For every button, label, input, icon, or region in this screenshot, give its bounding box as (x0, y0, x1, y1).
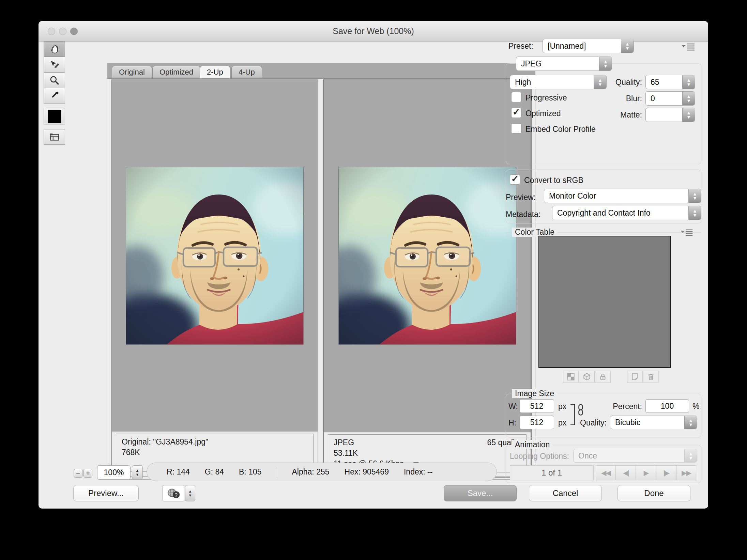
tab-4up[interactable]: 4-Up (231, 66, 262, 78)
metadata-value: Copyright and Contact Info (552, 208, 688, 218)
width-unit: px (558, 402, 566, 411)
optimized-image (338, 167, 516, 345)
transparency-checker-icon (566, 372, 575, 381)
looping-options-value: Once (574, 451, 684, 461)
matte-stepper-icon (682, 108, 695, 122)
previous-frame-button[interactable]: ◀| (616, 465, 636, 480)
looping-stepper-icon (684, 449, 697, 462)
metadata-label: Metadata: (506, 210, 540, 219)
resample-stepper-icon (684, 416, 697, 429)
optimized-pane[interactable]: JPEG 65 quality 53.11K 11 sec @ 56.6 Kbp… (323, 78, 532, 478)
image-size-title: Image Size (512, 389, 557, 398)
preview-stepper-icon (688, 189, 701, 203)
toggle-slices-button[interactable] (44, 129, 65, 145)
progressive-checkbox[interactable] (511, 92, 521, 102)
tab-label: Original (119, 68, 145, 77)
convert-srgb-checkbox[interactable] (510, 174, 520, 185)
height-label: H: (508, 418, 516, 427)
quality-field[interactable]: 65 (645, 75, 695, 89)
next-frame-icon: |▶ (663, 469, 669, 477)
color-table[interactable] (538, 236, 671, 368)
height-field[interactable]: 512 (519, 416, 554, 429)
cancel-button[interactable]: Cancel (529, 485, 602, 501)
save-button-label: Save... (468, 488, 493, 498)
play-button[interactable]: ▶ (636, 465, 656, 480)
zoom-tool[interactable] (44, 73, 65, 88)
readout-red: R: 144 (167, 467, 190, 477)
resample-quality-value: Bicubic (610, 418, 684, 427)
metadata-select[interactable]: Copyright and Contact Info (552, 206, 701, 220)
original-pane[interactable]: Original: "GJ3A8954.jpg" 768K (111, 79, 318, 477)
matte-label: Matte: (579, 110, 642, 120)
window-title: Save for Web (100%) (39, 26, 708, 36)
width-value: 512 (530, 402, 543, 411)
trash-icon (646, 372, 655, 381)
browser-select-button[interactable]: ? (163, 485, 184, 501)
optimize-menu-icon[interactable] (681, 42, 696, 51)
zoom-level-stepper[interactable] (132, 465, 143, 480)
browser-select-stepper[interactable] (185, 485, 195, 501)
first-frame-button[interactable]: ◀◀ (596, 465, 616, 480)
height-unit: px (558, 418, 566, 427)
width-label: W: (508, 402, 518, 411)
done-button[interactable]: Done (618, 485, 690, 501)
optimized-format: JPEG (334, 437, 354, 448)
blur-field[interactable]: 0 (645, 91, 695, 106)
embed-color-profile-label: Embed Color Profile (525, 125, 596, 134)
readout-hex: Hex: 905469 (345, 467, 389, 477)
eyedropper-tool[interactable] (44, 88, 65, 104)
tab-original[interactable]: Original (112, 66, 152, 78)
quality-value: 65 (646, 78, 682, 87)
embed-color-profile-checkbox[interactable] (511, 123, 521, 134)
progressive-label: Progressive (525, 93, 567, 103)
tab-label: 2-Up (207, 68, 223, 77)
original-filename: Original: "GJ3A8954.jpg" (122, 437, 308, 447)
preview-mode-select[interactable]: Monitor Color (544, 189, 701, 203)
hand-tool[interactable] (44, 41, 65, 57)
first-frame-icon: ◀◀ (601, 469, 610, 477)
magnifier-icon (49, 75, 60, 86)
zoom-level-field[interactable]: 100% (97, 465, 131, 480)
delete-color-button[interactable] (643, 371, 659, 383)
next-frame-button[interactable]: |▶ (656, 465, 676, 480)
last-frame-button[interactable]: ▶▶ (676, 465, 696, 480)
save-button[interactable]: Save... (444, 485, 517, 501)
slices-visibility-icon (49, 131, 60, 143)
optimized-checkbox[interactable] (511, 108, 521, 118)
readout-blue: B: 105 (239, 467, 262, 477)
frame-counter: 1 of 1 (510, 465, 594, 480)
save-for-web-dialog: Save for Web (100%) Original Optimized 2… (39, 21, 708, 509)
tab-optimized[interactable]: Optimized (152, 66, 200, 78)
new-color-button[interactable] (627, 371, 643, 383)
color-table-title: Color Table (512, 228, 558, 237)
cancel-button-label: Cancel (553, 488, 578, 498)
black-color-swatch (48, 110, 61, 123)
quality-stepper-icon (682, 75, 695, 89)
percent-field[interactable]: 100 (645, 399, 689, 413)
zoom-out-button[interactable] (74, 469, 82, 478)
zoom-in-button[interactable] (83, 469, 92, 478)
svg-text:?: ? (175, 492, 178, 498)
readout-divider (277, 466, 277, 477)
constrain-proportions-chain-icon[interactable] (577, 403, 584, 416)
looping-options-select[interactable]: Once (573, 449, 697, 463)
web-shift-button[interactable] (579, 371, 595, 383)
preview-in-browser-button[interactable]: Preview... (73, 485, 139, 501)
map-transparency-button[interactable] (563, 371, 579, 383)
eyedropper-color-swatch[interactable] (44, 108, 65, 125)
resample-quality-select[interactable]: Bicubic (610, 416, 697, 429)
preset-label: Preset: (508, 42, 533, 51)
format-select[interactable]: JPEG (516, 57, 612, 71)
width-field[interactable]: 512 (519, 399, 554, 413)
lock-color-button[interactable] (595, 371, 611, 383)
optimized-label: Optimized (525, 109, 561, 118)
slice-select-tool[interactable] (44, 57, 65, 73)
optimized-image-area (324, 79, 531, 432)
matte-field[interactable] (645, 108, 695, 122)
browser-globe-icon: ? (166, 487, 181, 499)
last-frame-icon: ▶▶ (682, 469, 691, 477)
preset-stepper-icon (621, 39, 634, 53)
preset-select[interactable]: [Unnamed] (543, 39, 634, 53)
tab-2up[interactable]: 2-Up (200, 66, 230, 78)
color-table-menu-icon[interactable] (680, 228, 694, 236)
